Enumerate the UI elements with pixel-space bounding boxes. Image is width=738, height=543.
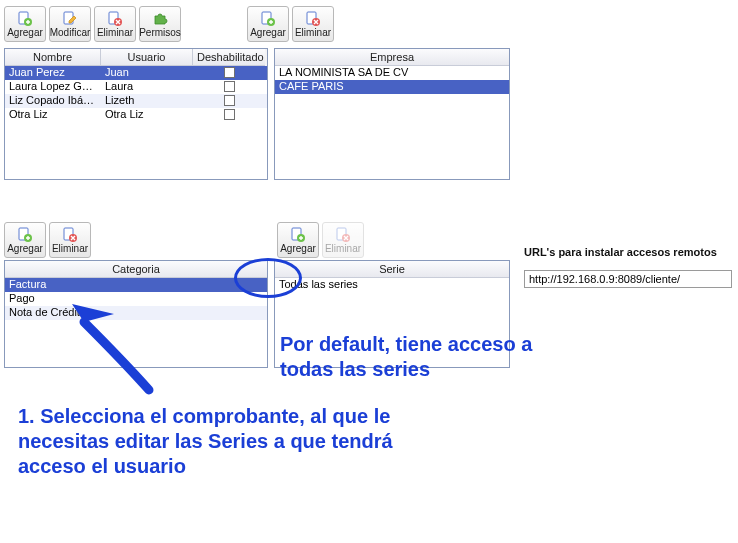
cell-nombre: Laura Lopez Gó...	[5, 80, 101, 94]
page-delete-icon	[335, 227, 351, 243]
categoria-grid-header: Categoria	[5, 261, 267, 278]
cell-deshab[interactable]	[193, 108, 265, 122]
cell-empresa: LA NOMINISTA SA DE CV	[275, 66, 509, 80]
annotation-step: 1. Selecciona el comprobante, al que le …	[18, 404, 398, 479]
eliminar-button[interactable]: Eliminar	[94, 6, 136, 42]
cell-categoria: Pago	[5, 292, 267, 306]
cell-usuario: Otra Liz	[101, 108, 193, 122]
cell-usuario: Laura	[101, 80, 193, 94]
table-row[interactable]: CAFE PARIS	[275, 80, 509, 94]
modificar-button[interactable]: Modificar	[49, 6, 91, 42]
annotation-note: Por default, tiene acceso a todas las se…	[280, 332, 540, 382]
cell-deshab[interactable]	[193, 80, 265, 94]
users-grid-header: Nombre Usuario Deshabilitado	[5, 49, 267, 66]
cell-nombre: Liz Copado Ibáñez	[5, 94, 101, 108]
checkbox-icon[interactable]	[224, 95, 235, 106]
col-empresa[interactable]: Empresa	[275, 49, 509, 66]
table-row[interactable]: Otra Liz Otra Liz	[5, 108, 267, 122]
cell-usuario: Juan	[101, 66, 193, 80]
url-title: URL's para instalar accesos remotos	[524, 246, 732, 258]
eliminar-serie-button: Eliminar	[322, 222, 364, 258]
page-plus-icon	[290, 227, 306, 243]
page-delete-icon	[62, 227, 78, 243]
url-input[interactable]: http://192.168.0.9:8089/cliente/	[524, 270, 732, 288]
agregar-categoria-button[interactable]: Agregar	[4, 222, 46, 258]
table-row[interactable]: Factura	[5, 278, 267, 292]
empresa-grid[interactable]: Empresa LA NOMINISTA SA DE CV CAFE PARIS	[274, 48, 510, 180]
col-usuario[interactable]: Usuario	[101, 49, 193, 66]
cell-nombre: Otra Liz	[5, 108, 101, 122]
cell-serie: Todas las series	[275, 278, 509, 292]
table-row[interactable]: LA NOMINISTA SA DE CV	[275, 66, 509, 80]
eliminar-empresa-button[interactable]: Eliminar	[292, 6, 334, 42]
agregar-button[interactable]: Agregar	[4, 6, 46, 42]
col-serie[interactable]: Serie	[275, 261, 509, 278]
serie-grid-header: Serie	[275, 261, 509, 278]
eliminar-categoria-label: Eliminar	[52, 244, 88, 254]
categoria-grid[interactable]: Categoria Factura Pago Nota de Crédito	[4, 260, 268, 368]
eliminar-label: Eliminar	[97, 28, 133, 38]
col-categoria[interactable]: Categoria	[5, 261, 267, 278]
page-plus-icon	[17, 11, 33, 27]
toolbar-serie: Agregar Eliminar	[271, 222, 507, 258]
table-row[interactable]: Juan Perez Juan	[5, 66, 267, 80]
table-row[interactable]: Todas las series	[275, 278, 509, 292]
permisos-button[interactable]: Permisos	[139, 6, 181, 42]
puzzle-icon	[152, 11, 168, 27]
cell-deshab[interactable]	[193, 66, 265, 80]
page-delete-icon	[107, 11, 123, 27]
cell-nombre: Juan Perez	[5, 66, 101, 80]
empresa-grid-header: Empresa	[275, 49, 509, 66]
page-delete-icon	[305, 11, 321, 27]
table-row[interactable]: Laura Lopez Gó... Laura	[5, 80, 267, 94]
eliminar-serie-label: Eliminar	[325, 244, 361, 254]
checkbox-icon[interactable]	[224, 109, 235, 120]
agregar-empresa-label: Agregar	[250, 28, 286, 38]
page-plus-icon	[260, 11, 276, 27]
agregar-empresa-button[interactable]: Agregar	[247, 6, 289, 42]
toolbar-categoria: Agregar Eliminar	[4, 222, 268, 258]
eliminar-empresa-label: Eliminar	[295, 28, 331, 38]
agregar-serie-label: Agregar	[280, 244, 316, 254]
col-nombre[interactable]: Nombre	[5, 49, 101, 66]
cell-empresa: CAFE PARIS	[275, 80, 509, 94]
cell-usuario: Lizeth	[101, 94, 193, 108]
cell-deshab[interactable]	[193, 94, 265, 108]
col-deshabilitado[interactable]: Deshabilitado	[193, 49, 265, 66]
page-plus-icon	[17, 227, 33, 243]
agregar-label: Agregar	[7, 28, 43, 38]
table-row[interactable]: Liz Copado Ibáñez Lizeth	[5, 94, 267, 108]
table-row[interactable]: Nota de Crédito	[5, 306, 267, 320]
eliminar-categoria-button[interactable]: Eliminar	[49, 222, 91, 258]
modificar-label: Modificar	[50, 28, 91, 38]
checkbox-icon[interactable]	[224, 67, 235, 78]
permisos-label: Permisos	[139, 28, 181, 38]
cell-categoria: Nota de Crédito	[5, 306, 267, 320]
toolbar-users: Agregar Modificar Eliminar Permisos Agre…	[4, 4, 734, 48]
page-pencil-icon	[62, 11, 78, 27]
checkbox-icon[interactable]	[224, 81, 235, 92]
agregar-serie-button[interactable]: Agregar	[277, 222, 319, 258]
url-section: URL's para instalar accesos remotos http…	[524, 246, 732, 288]
cell-categoria: Factura	[5, 278, 267, 292]
agregar-categoria-label: Agregar	[7, 244, 43, 254]
users-grid[interactable]: Nombre Usuario Deshabilitado Juan Perez …	[4, 48, 268, 180]
table-row[interactable]: Pago	[5, 292, 267, 306]
